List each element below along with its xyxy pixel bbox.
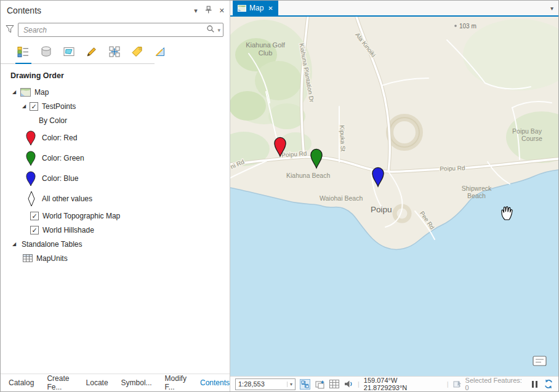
pause-drawing-icon[interactable] bbox=[532, 381, 537, 388]
dynamic-constraints-icon[interactable] bbox=[315, 379, 325, 390]
map-status-bar: 1:28,553 ▾ | 159.074°W 21.8729293°N | bbox=[230, 376, 558, 391]
hillshade-checkbox[interactable]: ✓ bbox=[30, 226, 39, 234]
snapping-icon[interactable] bbox=[300, 379, 310, 390]
attribute-table-icon[interactable] bbox=[329, 380, 339, 388]
map-area: 103 m Kiahuna Golf Club Kiahuna Beach Wa… bbox=[230, 17, 558, 376]
speaker-icon[interactable] bbox=[344, 379, 353, 389]
list-by-charts-icon[interactable] bbox=[152, 44, 168, 64]
tree-item-label[interactable]: Map bbox=[34, 88, 49, 97]
legend-item-blue: Color: Blue bbox=[1, 168, 230, 188]
pin-icon[interactable] bbox=[204, 6, 213, 15]
list-by-editing-icon[interactable] bbox=[84, 44, 100, 64]
selected-features-icon bbox=[453, 380, 462, 388]
bay-course-label-line2: Course bbox=[521, 135, 542, 142]
tree-item-label[interactable]: By Color bbox=[39, 116, 67, 125]
tab-locate[interactable]: Locate bbox=[86, 378, 108, 387]
legend-item-other: All other values bbox=[1, 188, 230, 209]
scale-value: 1:28,553 bbox=[238, 380, 287, 388]
pin-symbol-green[interactable] bbox=[25, 150, 36, 167]
tree-item-hillshade[interactable]: ✓ World Hillshade bbox=[1, 223, 230, 237]
status-separator: | bbox=[447, 380, 449, 388]
list-by-drawing-order-icon[interactable] bbox=[15, 44, 31, 64]
legend-item-red: Color: Red bbox=[1, 127, 230, 148]
list-by-selection-icon[interactable] bbox=[61, 44, 77, 64]
tab-contents[interactable]: Contents bbox=[200, 378, 230, 387]
selected-features-label: Selected Features: 0 bbox=[465, 377, 528, 391]
tree-item-standalone-tables[interactable]: ◢ Standalone Tables bbox=[1, 237, 230, 251]
topographic-checkbox[interactable]: ✓ bbox=[30, 212, 39, 220]
view-tab-strip: Map ✕ ▾ bbox=[230, 1, 558, 17]
tree-item-label[interactable]: Standalone Tables bbox=[22, 240, 82, 249]
contents-panel: Contents ▾ ✕ ▾ bbox=[1, 1, 230, 391]
layers-tree: ◢ Map ◢ ✓ TestPoints By Color Color: Red bbox=[1, 85, 230, 374]
map-thumbnail-icon bbox=[20, 88, 31, 97]
list-by-snapping-icon[interactable] bbox=[107, 44, 123, 64]
map-note-icon[interactable] bbox=[533, 356, 546, 366]
panel-title: Contents bbox=[7, 6, 188, 15]
bay-course-label-line1: Poipu Bay bbox=[512, 127, 542, 135]
scale-selector[interactable]: 1:28,553 ▾ bbox=[235, 378, 296, 390]
contents-panel-header: Contents ▾ ✕ bbox=[1, 1, 230, 20]
map-view-tab[interactable]: Map ✕ bbox=[233, 1, 278, 15]
diamond-symbol[interactable] bbox=[28, 191, 35, 207]
list-by-labeling-icon[interactable] bbox=[129, 44, 145, 64]
map-canvas[interactable]: 103 m Kiahuna Golf Club Kiahuna Beach Wa… bbox=[230, 17, 558, 376]
tab-list-caret-icon[interactable]: ▾ bbox=[550, 5, 553, 12]
legend-label[interactable]: All other values bbox=[42, 194, 92, 203]
tab-modify-features[interactable]: Modify F... bbox=[165, 374, 187, 391]
expander-icon[interactable]: ◢ bbox=[10, 89, 18, 95]
kiahuna-beach-label: Kiahuna Beach bbox=[286, 172, 330, 179]
tab-symbology[interactable]: Symbol... bbox=[121, 378, 152, 387]
tree-item-label[interactable]: MapUnits bbox=[36, 254, 68, 263]
waiohai-beach-label: Waiohai Beach bbox=[320, 194, 363, 202]
search-row: ▾ bbox=[1, 20, 230, 41]
tree-item-label[interactable]: TestPoints bbox=[42, 102, 76, 111]
tree-item-mapunits[interactable]: MapUnits bbox=[1, 251, 230, 265]
close-tab-icon[interactable]: ✕ bbox=[268, 5, 273, 12]
poipu-rd-label-2: Poipu Rd bbox=[440, 164, 465, 172]
tree-item-map[interactable]: ◢ Map bbox=[1, 85, 230, 99]
tree-item-testpoints[interactable]: ◢ ✓ TestPoints bbox=[1, 99, 230, 113]
refresh-icon[interactable] bbox=[544, 379, 553, 389]
pin-symbol-blue[interactable] bbox=[25, 170, 36, 187]
contents-toolbar bbox=[1, 41, 155, 64]
kipuka-st-label: Kipuka St bbox=[339, 125, 346, 151]
tree-item-by-color[interactable]: By Color bbox=[1, 113, 230, 127]
panel-menu-caret-icon[interactable]: ▾ bbox=[194, 7, 198, 15]
table-icon bbox=[23, 254, 33, 262]
golf-club-label-line1: Kiahuna Golf bbox=[246, 41, 286, 49]
shipwreck-label-line1: Shipwreck bbox=[462, 185, 492, 192]
filter-icon[interactable] bbox=[6, 25, 14, 36]
search-icon[interactable] bbox=[206, 25, 215, 36]
arcgis-pro-window: Contents ▾ ✕ ▾ bbox=[0, 0, 559, 392]
legend-label[interactable]: Color: Green bbox=[42, 154, 84, 162]
tab-create-features[interactable]: Create Fe... bbox=[47, 374, 73, 391]
testpoints-checkbox[interactable]: ✓ bbox=[30, 102, 38, 111]
legend-label[interactable]: Color: Red bbox=[42, 134, 77, 142]
expander-icon[interactable]: ◢ bbox=[10, 241, 18, 247]
scale-caret-icon[interactable]: ▾ bbox=[287, 382, 292, 387]
tree-item-topographic[interactable]: ✓ World Topographic Map bbox=[1, 209, 230, 223]
legend-item-green: Color: Green bbox=[1, 148, 230, 168]
tree-item-label[interactable]: World Hillshade bbox=[42, 226, 94, 234]
poipu-label: Poipu bbox=[371, 205, 392, 214]
tree-item-label[interactable]: World Topographic Map bbox=[42, 212, 120, 220]
pin-symbol-red[interactable] bbox=[25, 129, 36, 146]
elevation-point bbox=[454, 25, 457, 27]
golf-club-label-line2: Club bbox=[259, 49, 273, 57]
dock-tabs: Catalog Create Fe... Locate Symbol... Mo… bbox=[1, 374, 230, 391]
status-separator: | bbox=[358, 380, 360, 388]
map-view-panel: Map ✕ ▾ bbox=[230, 1, 558, 391]
map-tab-icon bbox=[238, 5, 246, 12]
legend-label[interactable]: Color: Blue bbox=[42, 174, 78, 183]
search-options-caret-icon[interactable]: ▾ bbox=[217, 27, 220, 33]
close-icon[interactable]: ✕ bbox=[219, 7, 225, 15]
elevation-label: 103 m bbox=[459, 23, 477, 30]
search-input[interactable] bbox=[18, 23, 223, 36]
list-by-data-source-icon[interactable] bbox=[38, 44, 54, 64]
expander-icon[interactable]: ◢ bbox=[20, 103, 28, 110]
drawing-order-heading: Drawing Order bbox=[1, 64, 230, 85]
search-box: ▾ bbox=[18, 23, 223, 37]
map-tab-label: Map bbox=[249, 4, 263, 12]
tab-catalog[interactable]: Catalog bbox=[9, 378, 34, 387]
